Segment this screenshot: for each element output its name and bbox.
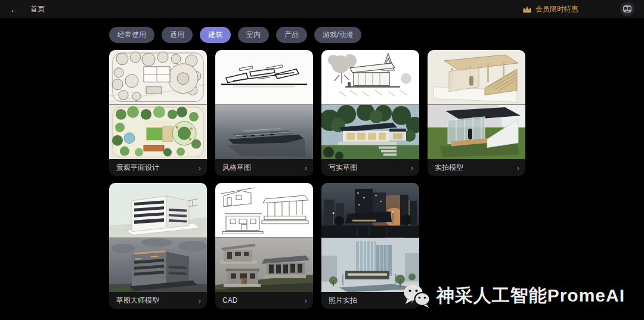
card-image	[321, 183, 419, 292]
robot-avatar-icon	[620, 2, 634, 16]
card-landscape-plan[interactable]: 景观平面设计 ›	[109, 50, 207, 176]
card-image	[215, 183, 313, 292]
card-title: 草图大师模型	[116, 296, 159, 306]
home-link[interactable]: 首页	[30, 4, 45, 14]
category-tabs: 经常使用 通用 建筑 室内 产品 游戏/动漫	[109, 27, 525, 43]
card-title: 实拍模型	[435, 163, 463, 173]
membership-promo-label: 会员限时特惠	[535, 4, 578, 14]
crown-icon	[522, 5, 532, 13]
tab-game-anime[interactable]: 游戏/动漫	[314, 27, 361, 43]
chevron-right-icon: ›	[517, 163, 519, 172]
back-arrow-icon[interactable]: ←	[10, 5, 18, 14]
card-image	[321, 50, 419, 159]
card-title: CAD	[222, 296, 237, 305]
card-title: 写实草图	[329, 163, 357, 173]
chevron-right-icon: ›	[305, 163, 307, 172]
membership-promo-link[interactable]: 会员限时特惠	[522, 4, 578, 14]
chevron-right-icon: ›	[199, 296, 201, 305]
avatar[interactable]	[620, 2, 634, 16]
tab-frequently-used[interactable]: 经常使用	[109, 27, 154, 43]
chevron-right-icon: ›	[305, 296, 307, 305]
tab-general[interactable]: 通用	[162, 27, 193, 43]
watermark-text: 神采人工智能PromeAI	[436, 284, 625, 308]
card-cad[interactable]: CAD ›	[215, 183, 313, 309]
tab-architecture[interactable]: 建筑	[200, 27, 231, 43]
card-image	[109, 50, 207, 159]
card-title: 风格草图	[222, 163, 251, 173]
card-photo-model[interactable]: 实拍模型 ›	[428, 50, 525, 176]
top-bar: ← 首页 会员限时特惠	[0, 0, 644, 18]
card-title: 景观平面设计	[116, 163, 159, 173]
tab-interior[interactable]: 室内	[238, 27, 269, 43]
card-title: 照片实拍	[329, 296, 357, 306]
card-image	[215, 50, 313, 159]
chevron-right-icon: ›	[199, 163, 201, 172]
card-style-sketch[interactable]: 风格草图 ›	[215, 50, 313, 176]
card-sketchup-model[interactable]: 草图大师模型 ›	[109, 183, 207, 309]
watermark: 神采人工智能PromeAI	[403, 283, 625, 308]
wechat-icon	[403, 283, 431, 308]
chevron-right-icon: ›	[411, 163, 413, 172]
card-realistic-sketch[interactable]: 写实草图 ›	[321, 50, 419, 176]
card-image	[109, 183, 207, 292]
card-image	[428, 50, 525, 159]
tab-product[interactable]: 产品	[276, 27, 307, 43]
template-card-grid: 景观平面设计 ›	[109, 50, 525, 309]
